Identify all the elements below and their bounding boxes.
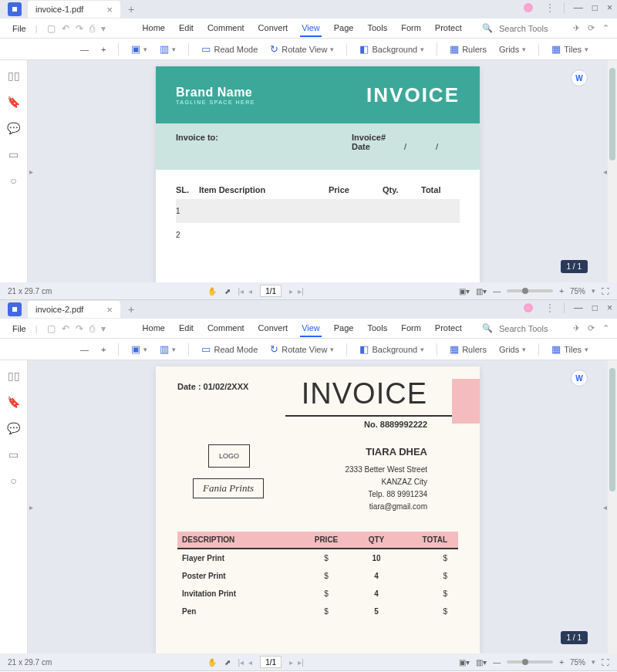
menu-home[interactable]: Home	[141, 20, 167, 37]
layout-button[interactable]: ▥▾	[157, 342, 179, 356]
profile-icon[interactable]	[524, 303, 533, 312]
maximize-button[interactable]: □	[592, 302, 598, 313]
chevron-icon[interactable]: ⌃	[602, 23, 609, 33]
zoom-slider[interactable]	[507, 289, 553, 292]
open-icon[interactable]: ▢	[47, 23, 56, 34]
zoom-out-button[interactable]: —	[77, 43, 92, 56]
menu-tools[interactable]: Tools	[366, 320, 389, 337]
layout-button[interactable]: ▥▾	[157, 42, 179, 56]
undo-icon[interactable]: ↶	[62, 23, 69, 34]
last-page-icon[interactable]: ▸|	[298, 658, 304, 667]
zoom-in-icon[interactable]: +	[559, 287, 564, 295]
thumbnails-icon[interactable]: ▯▯	[8, 69, 20, 82]
file-menu[interactable]: File	[8, 322, 31, 335]
menu-view[interactable]: View	[300, 20, 322, 37]
menu-protect[interactable]: Protect	[433, 320, 464, 337]
cloud-icon[interactable]: ⟳	[588, 23, 595, 33]
comment-icon[interactable]: 💬	[7, 422, 20, 434]
dropdown-icon[interactable]: ▾	[101, 23, 106, 34]
grids-button[interactable]: Grids▾	[496, 343, 529, 356]
comment-icon[interactable]: 💬	[7, 122, 20, 134]
close-tab-icon[interactable]: ×	[106, 304, 113, 316]
minimize-button[interactable]: —	[574, 302, 583, 313]
rulers-button[interactable]: ▦Rulers	[447, 42, 490, 56]
file-menu[interactable]: File	[8, 22, 31, 35]
zoom-in-button[interactable]: +	[98, 343, 109, 356]
layout-icon[interactable]: ▥▾	[476, 658, 487, 667]
undo-icon[interactable]: ↶	[62, 323, 69, 334]
zoom-out-icon[interactable]: —	[493, 287, 501, 295]
search-panel-icon[interactable]: ○	[10, 474, 16, 487]
attachment-icon[interactable]: ▭	[8, 148, 19, 160]
document-canvas[interactable]: W 1 / 1 Brand Name TAGLINE SPACE HERE IN…	[34, 60, 602, 282]
read-mode-button[interactable]: ▭Read Mode	[198, 342, 261, 356]
select-tool-icon[interactable]: ⬈	[224, 287, 231, 295]
menu-comment[interactable]: Comment	[206, 20, 246, 37]
right-handle[interactable]: ◂	[602, 60, 608, 282]
grids-button[interactable]: Grids▾	[496, 43, 529, 56]
maximize-button[interactable]: □	[592, 2, 598, 13]
thumbnails-icon[interactable]: ▯▯	[8, 370, 20, 382]
zoom-out-icon[interactable]: —	[493, 658, 501, 667]
menu-form[interactable]: Form	[400, 320, 423, 337]
attachment-icon[interactable]: ▭	[8, 448, 19, 461]
menu-home[interactable]: Home	[141, 320, 167, 337]
prev-page-icon[interactable]: ◂	[248, 658, 252, 667]
fit-page-button[interactable]: ▣▾	[128, 342, 150, 356]
next-page-icon[interactable]: ▸	[289, 287, 293, 295]
fit-icon[interactable]: ▣▾	[459, 287, 470, 295]
hand-tool-icon[interactable]: ✋	[207, 658, 217, 667]
page-input[interactable]	[260, 285, 282, 297]
read-mode-button[interactable]: ▭Read Mode	[198, 42, 261, 56]
zoom-chevron[interactable]: ▾	[592, 287, 595, 295]
profile-icon[interactable]	[524, 3, 533, 12]
menu-protect[interactable]: Protect	[433, 20, 464, 37]
background-button[interactable]: ◧Background▾	[356, 342, 427, 356]
tab-invoice-1[interactable]: invoice-1.pdf ×	[28, 1, 120, 18]
fit-icon[interactable]: ▣▾	[459, 658, 470, 667]
menu-edit[interactable]: Edit	[177, 320, 195, 337]
hand-tool-icon[interactable]: ✋	[207, 287, 217, 295]
rotate-button[interactable]: ↻Rotate View▾	[267, 42, 337, 56]
fullscreen-icon[interactable]: ⛶	[602, 658, 609, 667]
zoom-slider[interactable]	[507, 660, 553, 664]
more-icon[interactable]: ⋮	[545, 2, 555, 13]
menu-comment[interactable]: Comment	[206, 320, 246, 337]
word-badge-icon[interactable]: W	[571, 69, 588, 86]
tiles-button[interactable]: ▦Tiles▾	[548, 42, 592, 56]
tab-invoice-2[interactable]: invoice-2.pdf ×	[28, 301, 120, 318]
select-tool-icon[interactable]: ⬈	[224, 658, 231, 667]
bookmark-icon[interactable]: 🔖	[7, 396, 20, 408]
close-button[interactable]: ×	[607, 302, 612, 313]
open-icon[interactable]: ▢	[47, 323, 56, 334]
send-icon[interactable]: ✈	[573, 23, 580, 33]
menu-page[interactable]: Page	[332, 320, 356, 337]
vertical-scrollbar[interactable]	[608, 60, 617, 282]
menu-convert[interactable]: Convert	[257, 20, 290, 37]
tiles-button[interactable]: ▦Tiles▾	[548, 342, 592, 356]
search-icon[interactable]: 🔍	[482, 323, 493, 333]
fit-page-button[interactable]: ▣▾	[128, 42, 150, 56]
minimize-button[interactable]: —	[574, 2, 583, 13]
menu-form[interactable]: Form	[400, 20, 423, 37]
next-page-icon[interactable]: ▸	[289, 658, 293, 667]
word-badge-icon[interactable]: W	[571, 370, 588, 387]
prev-page-icon[interactable]: ◂	[248, 287, 252, 295]
first-page-icon[interactable]: |◂	[238, 658, 244, 667]
chevron-icon[interactable]: ⌃	[602, 323, 609, 333]
search-panel-icon[interactable]: ○	[10, 174, 16, 187]
rotate-button[interactable]: ↻Rotate View▾	[267, 342, 337, 356]
bookmark-icon[interactable]: 🔖	[7, 96, 20, 108]
print-icon[interactable]: ⎙	[89, 323, 95, 334]
cloud-icon[interactable]: ⟳	[588, 323, 595, 333]
menu-tools[interactable]: Tools	[366, 20, 389, 37]
menu-convert[interactable]: Convert	[257, 320, 290, 337]
zoom-in-button[interactable]: +	[98, 43, 109, 56]
rulers-button[interactable]: ▦Rulers	[447, 342, 490, 356]
vertical-scrollbar[interactable]	[608, 360, 617, 653]
redo-icon[interactable]: ↷	[76, 323, 83, 334]
zoom-out-button[interactable]: —	[77, 343, 92, 356]
search-input[interactable]	[499, 24, 561, 33]
layout-icon[interactable]: ▥▾	[476, 287, 487, 295]
fullscreen-icon[interactable]: ⛶	[602, 287, 609, 295]
